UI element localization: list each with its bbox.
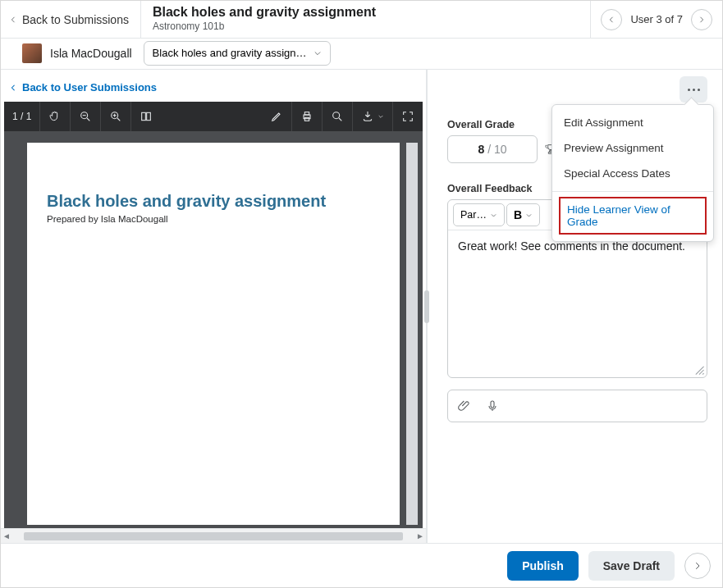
print-icon xyxy=(300,110,313,123)
download-menu-button[interactable] xyxy=(353,102,393,131)
zoom-out-button[interactable] xyxy=(71,102,101,131)
svg-rect-11 xyxy=(304,117,309,121)
back-to-user-submissions-label: Back to User Submissions xyxy=(22,81,157,93)
page-layout-icon xyxy=(140,110,153,123)
document-viewer: 1 / 1 xyxy=(4,102,423,528)
attachment-button[interactable] xyxy=(458,399,471,413)
annotate-button[interactable] xyxy=(262,102,292,131)
menu-item-edit[interactable]: Edit Assignment xyxy=(552,110,713,135)
grade-out-of: / 10 xyxy=(487,143,506,156)
scroll-left-icon: ◄ xyxy=(1,531,12,540)
bold-label: B xyxy=(514,208,522,221)
record-audio-button[interactable] xyxy=(486,399,499,413)
svg-rect-7 xyxy=(142,112,146,120)
user-pager: User 3 of 7 xyxy=(590,1,722,38)
chevron-down-icon xyxy=(313,49,322,57)
resize-grip-icon[interactable] xyxy=(693,364,705,376)
prev-user-button[interactable] xyxy=(601,9,622,30)
horizontal-scrollbar[interactable]: ◄ ► xyxy=(1,528,426,543)
avatar xyxy=(22,43,42,63)
publish-button[interactable]: Publish xyxy=(507,551,579,581)
menu-item-preview[interactable]: Preview Assignment xyxy=(552,135,713,161)
user-pager-text: User 3 of 7 xyxy=(630,13,683,25)
viewer-toolbar: 1 / 1 xyxy=(4,102,423,131)
feedback-textarea[interactable]: Great work! See comments in the document… xyxy=(448,230,707,377)
svg-rect-17 xyxy=(491,401,494,408)
chevron-left-icon xyxy=(9,16,17,24)
back-to-user-submissions[interactable]: Back to User Submissions xyxy=(1,70,426,102)
download-icon xyxy=(361,110,374,123)
svg-line-16 xyxy=(702,373,703,374)
zoom-in-button[interactable] xyxy=(101,102,131,131)
page-layout-button[interactable] xyxy=(131,102,161,131)
course-name: Astronomy 101b xyxy=(153,21,579,32)
zoom-out-icon xyxy=(79,110,92,123)
svg-line-14 xyxy=(696,367,704,375)
submission-select-label: Black holes and gravity assign… xyxy=(153,47,307,59)
student-name: Isla MacDougall xyxy=(50,47,132,60)
left-pane: Back to User Submissions 1 / 1 xyxy=(1,70,428,543)
next-submission-button[interactable] xyxy=(684,553,711,579)
svg-line-1 xyxy=(87,118,89,121)
scroll-track xyxy=(24,532,403,540)
search-icon xyxy=(331,110,344,123)
assignment-title: Black holes and gravity assignment xyxy=(153,4,579,20)
svg-line-13 xyxy=(339,118,341,121)
more-actions-menu: Edit Assignment Preview Assignment Speci… xyxy=(551,104,714,242)
document-title: Black holes and gravity assignment xyxy=(47,192,380,211)
menu-divider xyxy=(552,191,713,192)
student-row: Isla MacDougall Black holes and gravity … xyxy=(1,39,722,70)
document-prepared: Prepared by Isla MacDougall xyxy=(47,214,380,224)
grade-score: 8 xyxy=(478,143,484,156)
chevron-right-icon xyxy=(693,561,702,571)
chevron-down-icon xyxy=(525,212,533,219)
paragraph-style-select[interactable]: Par… xyxy=(453,203,505,226)
footer-bar: Publish Save Draft xyxy=(1,543,722,587)
back-to-submissions-label: Back to Submissions xyxy=(22,13,129,26)
pencil-icon xyxy=(270,110,283,123)
zoom-in-icon xyxy=(109,110,122,123)
pane-splitter[interactable] xyxy=(424,290,429,323)
svg-line-4 xyxy=(117,118,120,121)
chevron-down-icon xyxy=(490,212,497,219)
vertical-scrollbar[interactable] xyxy=(406,143,418,525)
main-split: Back to User Submissions 1 / 1 xyxy=(1,70,722,543)
back-to-submissions[interactable]: Back to Submissions xyxy=(1,1,141,38)
submission-select[interactable]: Black holes and gravity assign… xyxy=(144,41,331,66)
menu-item-hide-grade[interactable]: Hide Learner View of Grade xyxy=(559,197,707,235)
svg-point-12 xyxy=(333,112,340,119)
print-button[interactable] xyxy=(292,102,323,131)
search-button[interactable] xyxy=(323,102,353,131)
attachment-bar xyxy=(447,390,707,422)
document-canvas: Black holes and gravity assignment Prepa… xyxy=(4,131,423,528)
chevron-right-icon xyxy=(698,16,706,24)
grading-pane: Edit Assignment Preview Assignment Speci… xyxy=(428,70,722,543)
document-page: Black holes and gravity assignment Prepa… xyxy=(27,143,400,525)
paragraph-style-text: Par… xyxy=(460,209,487,221)
title-block: Black holes and gravity assignment Astro… xyxy=(141,1,590,38)
page-header: Back to Submissions Black holes and grav… xyxy=(1,1,722,39)
scroll-right-icon: ► xyxy=(414,531,426,540)
svg-rect-10 xyxy=(304,112,309,115)
svg-rect-8 xyxy=(147,112,151,120)
pan-tool-button[interactable] xyxy=(40,102,71,131)
bold-button[interactable]: B xyxy=(506,203,540,226)
save-draft-button[interactable]: Save Draft xyxy=(588,551,675,581)
hand-icon xyxy=(48,110,62,123)
next-user-button[interactable] xyxy=(691,9,712,30)
grade-input[interactable]: 8 / 10 xyxy=(447,135,538,163)
menu-item-special[interactable]: Special Access Dates xyxy=(552,161,713,186)
fullscreen-icon xyxy=(401,110,414,123)
page-indicator: 1 / 1 xyxy=(4,102,40,131)
fullscreen-button[interactable] xyxy=(393,102,423,131)
chevron-left-icon xyxy=(607,16,615,24)
chevron-left-icon xyxy=(9,84,17,92)
chevron-down-icon xyxy=(378,113,384,120)
